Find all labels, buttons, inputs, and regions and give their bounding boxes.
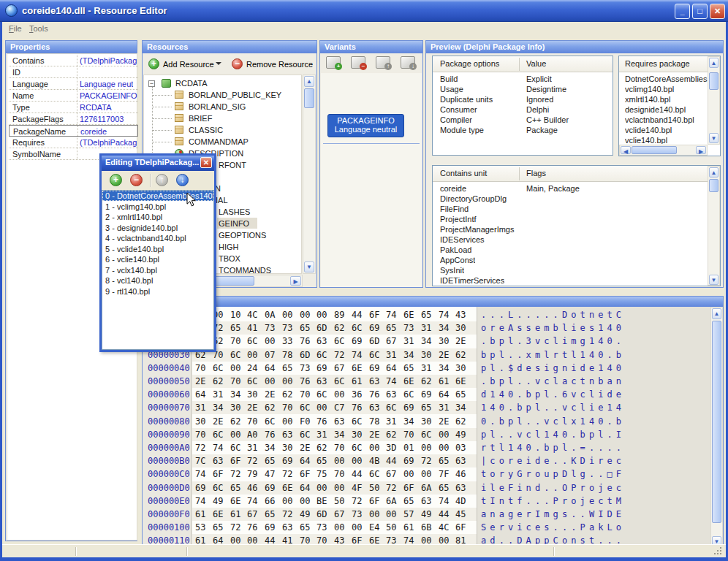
scroll-up-icon[interactable]: ▲ — [304, 76, 314, 87]
hex-row[interactable]: 000000C0746F727947726F7570446C6700007F46… — [143, 468, 711, 481]
scroll-up-icon[interactable]: ▲ — [709, 58, 718, 68]
col-contains-unit[interactable]: Contains unit — [440, 169, 487, 178]
dialog-package-item[interactable]: 8 - vcl140.bpl — [102, 275, 213, 286]
menu-file[interactable]: File — [6, 23, 25, 34]
dialog-package-item[interactable]: 1 - vclimg140.bpl — [102, 202, 213, 212]
dialog-package-item[interactable]: 0 - DotnetCoreAssemblies140.b — [102, 191, 213, 201]
dialog-add-icon[interactable]: + — [110, 174, 122, 186]
hex-row[interactable]: 000000202E62706C003376636C696D673134302E… — [143, 335, 711, 348]
dialog-package-item[interactable]: 9 - rtl140.bpl — [102, 286, 213, 297]
hex-row[interactable]: 000000502E62706C000076636C6163746E62616E… — [143, 375, 711, 388]
add-variant-icon[interactable]: + — [326, 56, 341, 69]
property-row[interactable]: Requires(TDelphiPackag — [9, 137, 138, 148]
hex-row[interactable]: 000000F0616E61676572496D6773000057494445… — [143, 508, 711, 521]
package-option-row[interactable]: CompilerC++ Builder — [433, 115, 613, 126]
add-resource-dropdown-icon[interactable] — [216, 62, 221, 65]
requires-package-row[interactable]: designide140.bpl — [619, 105, 708, 115]
remove-resource-button[interactable]: Remove Resource — [246, 60, 313, 69]
contains-unit-row[interactable]: ProjectIntf — [433, 215, 708, 225]
close-button[interactable]: ✕ — [710, 4, 725, 19]
hex-row[interactable]: 00000090706C00A076636C3134302E62706C0049… — [143, 428, 711, 441]
dialog-package-item[interactable]: 4 - vclactnband140.bpl — [102, 233, 213, 243]
scroll-left-icon[interactable]: ◀ — [621, 146, 631, 154]
requires-hscrollbar[interactable]: ◀ ▶ — [619, 145, 708, 156]
contains-unit-row[interactable]: DirectoryGroupDlg — [433, 194, 708, 205]
scroll-thumb[interactable] — [712, 321, 721, 523]
package-option-row[interactable]: BuildExplicit — [433, 75, 613, 85]
scroll-thumb[interactable] — [709, 72, 718, 90]
contains-unit-row[interactable]: coreideMain, Package — [433, 184, 708, 194]
requires-vscrollbar[interactable]: ▲ ▼ — [708, 56, 720, 145]
hex-row[interactable]: 000000D0696C6546696E6400004F50726F6A6563… — [143, 481, 711, 495]
scroll-down-icon[interactable]: ▼ — [709, 275, 718, 285]
col-flags[interactable]: Flags — [526, 169, 546, 178]
package-option-row[interactable]: ConsumerDelphi — [433, 105, 613, 115]
property-row[interactable]: TypeRCDATA — [9, 102, 138, 113]
package-option-row[interactable]: UsageDesigntime — [433, 85, 613, 95]
dialog-move-down-icon[interactable]: ↓ — [176, 174, 189, 186]
dialog-move-up-icon[interactable]: ↑ — [156, 174, 168, 186]
hex-row[interactable]: 00000040706C002464657369676E696465313430… — [143, 362, 711, 375]
hex-row[interactable]: 000000B07C636F726569646500004B4469726563… — [143, 454, 711, 468]
hex-row[interactable]: 000000E074496E74660000BE50726F6A6563744D… — [143, 495, 711, 508]
requires-package-row[interactable]: vclide140.bpl — [619, 126, 708, 136]
column-divider[interactable] — [519, 58, 520, 71]
hex-row[interactable]: 000000000000104C0A00000089446F746E657443… — [143, 308, 711, 321]
contains-unit-row[interactable]: IDEServices — [433, 235, 708, 245]
dialog-title-bar[interactable]: Editing TDelphiPackag... ✕ — [102, 156, 214, 171]
col-package-options[interactable]: Package options — [440, 59, 499, 68]
hex-viewer-body[interactable]: 000000000000104C0A00000089446F746E657443… — [143, 307, 723, 548]
contains-unit-row[interactable]: FileFind — [433, 205, 708, 215]
dialog-package-item[interactable]: 3 - designide140.bpl — [102, 223, 213, 233]
contains-unit-row[interactable]: SysInit — [433, 266, 708, 276]
scroll-thumb[interactable] — [632, 146, 677, 154]
editing-dialog[interactable]: Editing TDelphiPackag... ✕ + − ↑ ↓ 0 - D… — [99, 153, 216, 352]
scroll-down-icon[interactable]: ▼ — [304, 262, 314, 272]
tree-item-brief[interactable]: BRIEF — [144, 112, 302, 124]
title-bar[interactable]: coreide140.dll - Resource Editor _ □ ✕ — [0, 0, 728, 22]
dialog-package-list[interactable]: 0 - DotnetCoreAssemblies140.b1 - vclimg1… — [102, 190, 214, 350]
hex-row[interactable]: 00000060643134302E62706C003676636C696465… — [143, 388, 711, 401]
requires-package-row[interactable]: xmlrtl140.bpl — [619, 95, 708, 105]
remove-variant-icon[interactable]: − — [351, 56, 365, 69]
contains-vscrollbar[interactable]: ▲ ▼ — [708, 166, 720, 286]
resource-tree-vscrollbar[interactable]: ▲ ▼ — [303, 75, 316, 274]
hex-row[interactable]: 000000A072746C3134302E62706C003D01000003… — [143, 441, 711, 454]
resize-grip[interactable] — [720, 553, 721, 554]
contains-unit-row[interactable]: IDETimerServices — [433, 276, 708, 286]
property-row[interactable]: ID — [9, 66, 138, 78]
tree-collapse-icon[interactable]: − — [148, 80, 155, 87]
tree-item-commandmap[interactable]: COMMANDMAP — [144, 136, 302, 148]
requires-package-row[interactable]: DotnetCoreAssemblies1 — [619, 75, 708, 85]
contains-unit-row[interactable]: PakLoad — [433, 245, 708, 256]
scroll-right-icon[interactable]: ▶ — [290, 276, 301, 286]
hex-row[interactable]: 00000080302E62706C00F076636C783134302E62… — [143, 415, 711, 428]
tree-item-borland_public_key[interactable]: BORLAND_PUBLIC_KEY — [144, 89, 302, 101]
hex-row[interactable]: 000000106F7265417373656D626C696573313430… — [143, 321, 711, 335]
scroll-thumb[interactable] — [709, 179, 718, 192]
property-row[interactable]: NamePACKAGEINFO — [9, 90, 138, 102]
hex-row[interactable]: 0000003062706C0007786D6C72746C3134302E62… — [143, 348, 711, 362]
scroll-up-icon[interactable]: ▲ — [712, 308, 721, 319]
menu-tools[interactable]: Tools — [26, 23, 51, 34]
scroll-up-icon[interactable]: ▲ — [709, 167, 718, 178]
contains-unit-row[interactable]: ProjectManagerImgs — [433, 225, 708, 235]
package-option-row[interactable]: Duplicate unitsIgnored — [433, 95, 613, 105]
minimize-button[interactable]: _ — [675, 4, 690, 19]
tree-item-rcdata[interactable]: −RCDATA — [144, 77, 302, 89]
hex-row[interactable]: 000000703134302E62706C00C776636C69653134… — [143, 401, 711, 414]
tree-item-classic[interactable]: CLASSIC — [144, 124, 302, 136]
dialog-package-item[interactable]: 7 - vclx140.bpl — [102, 265, 213, 275]
property-row[interactable]: Contains(TDelphiPackag — [9, 55, 138, 66]
add-resource-button[interactable]: Add Resource — [163, 60, 214, 69]
dialog-package-item[interactable]: 2 - xmlrtl140.bpl — [102, 212, 213, 222]
scroll-thumb[interactable] — [304, 88, 314, 108]
property-row[interactable]: PackageFlags1276117003 — [9, 113, 138, 125]
requires-package-row[interactable]: vclie140.bpl — [619, 136, 708, 144]
dialog-remove-icon[interactable]: − — [130, 174, 143, 186]
package-option-row[interactable]: Module typePackage — [433, 126, 613, 136]
contains-unit-row[interactable]: AppConst — [433, 256, 708, 266]
maximize-button[interactable]: □ — [692, 4, 708, 19]
scroll-down-icon[interactable]: ▼ — [709, 133, 718, 143]
variant-item-packageinfo[interactable]: PACKAGEINFO Language neutral — [327, 114, 404, 137]
